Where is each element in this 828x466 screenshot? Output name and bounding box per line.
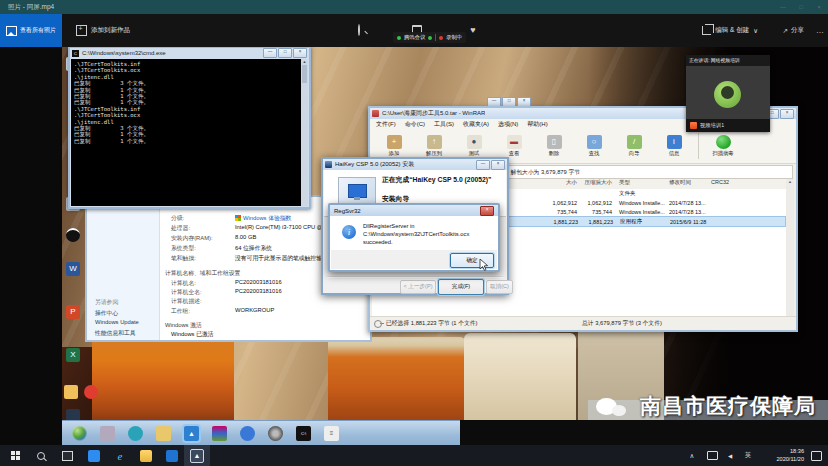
column-size[interactable]: 大小 xyxy=(505,179,577,189)
close-icon[interactable]: × xyxy=(293,48,307,58)
recording-status: 录制中 xyxy=(446,34,462,41)
cmd-titlebar[interactable]: C C:\Windows\system32\cmd.exe — □ × xyxy=(70,48,309,58)
maximize-icon[interactable]: □ xyxy=(278,48,292,58)
find-button[interactable]: ○查找 xyxy=(576,135,612,157)
start-button[interactable] xyxy=(4,445,26,466)
sidebar-link-action-center[interactable]: 操作中心 xyxy=(95,309,118,318)
menu-favorites[interactable]: 收藏夹(A) xyxy=(463,120,489,129)
scroll-up-icon[interactable]: ▲ xyxy=(301,59,308,64)
maximize-icon[interactable]: □ xyxy=(792,0,810,14)
close-icon[interactable]: × xyxy=(491,160,505,170)
taskbar-mail[interactable] xyxy=(160,445,184,466)
notes-icon[interactable]: ≡ xyxy=(324,426,339,441)
photos-taskbar-icon[interactable]: ▲ xyxy=(184,426,199,441)
recording-badge[interactable]: 腾讯会议 录制中 xyxy=(393,32,466,43)
zoom-icon[interactable] xyxy=(352,23,366,37)
participant-name: 视频培训1 xyxy=(700,122,724,129)
system-row-pen: 笔和触摸: 没有可用于此显示器的笔或触控输入 xyxy=(171,254,328,263)
network-tray-icon[interactable] xyxy=(704,445,720,466)
menu-options[interactable]: 选项(N) xyxy=(498,120,518,129)
share-button[interactable]: ↗ 分享 xyxy=(783,14,804,47)
task-view-button[interactable] xyxy=(56,445,78,466)
close-icon[interactable]: × xyxy=(480,206,494,216)
activation-section-title: Windows 激活 xyxy=(165,321,202,330)
virus-scan-button[interactable]: 扫描病毒 xyxy=(705,135,741,157)
scroll-thumb[interactable] xyxy=(302,65,307,83)
photos-titlebar[interactable]: 照片 - 同屏.mp4 — □ × xyxy=(0,0,828,14)
browser-icon[interactable] xyxy=(128,426,143,441)
close-icon[interactable]: × xyxy=(810,0,828,14)
minimize-icon[interactable]: — xyxy=(476,160,490,170)
winrar-scrollbar[interactable]: ▲ xyxy=(786,179,794,316)
volume-tray-icon[interactable]: ◀ xyxy=(722,445,738,466)
installer-icon xyxy=(325,161,332,168)
search-icon xyxy=(37,452,45,460)
test-button[interactable]: ●测试 xyxy=(456,135,492,157)
taskbar-clock[interactable]: 18:36 2020/11/20 xyxy=(752,447,804,463)
powerpoint-icon[interactable]: P xyxy=(66,305,80,319)
video-call-overlay[interactable]: 正在讲话: 网络视频培训 视频培训1 xyxy=(686,55,770,132)
column-crc32[interactable]: CRC32 xyxy=(709,179,746,189)
menu-tools[interactable]: 工具(S) xyxy=(434,120,454,129)
edit-create-button[interactable]: 编辑 & 创建 ∨ xyxy=(702,14,758,47)
delete-button[interactable]: ▯删除 xyxy=(536,135,572,157)
menu-commands[interactable]: 命令(C) xyxy=(405,120,425,129)
back-button[interactable]: < 上一步(P) xyxy=(400,280,436,294)
system-row-fullname: 计算机全名: PC202003181016 xyxy=(171,288,282,297)
cmd-output: .\JTCertToolkits.inf .\JTCertToolkits.oc… xyxy=(71,59,308,206)
tray-expand-button[interactable]: ∧ xyxy=(684,445,700,466)
regsvr32-dialog[interactable]: RegSvr32 × i DllRegisterServer in C:\Win… xyxy=(328,203,500,272)
add-to-creation-button[interactable]: 添加到新作品 xyxy=(76,14,130,47)
opera-icon[interactable] xyxy=(84,385,98,399)
cmd-title: C:\Windows\system32\cmd.exe xyxy=(82,50,166,56)
minimize-icon[interactable]: — xyxy=(263,48,277,58)
close-icon[interactable]: × xyxy=(780,109,794,119)
system-row-rating: 分级: Windows 体验指数 xyxy=(171,214,291,223)
favorite-icon[interactable]: ♥ xyxy=(466,23,480,37)
windows-taskbar: e ▲ ∧ ◀ 英 18:36 2020/11/20 xyxy=(0,445,828,466)
menu-file[interactable]: 文件(F) xyxy=(376,120,396,129)
taskbar-photos-active[interactable]: ▲ xyxy=(184,445,210,466)
internet-explorer-icon: e xyxy=(114,450,126,462)
minimize-icon[interactable]: — xyxy=(774,0,792,14)
win7-taskbar[interactable]: ▲ C:\ ≡ xyxy=(62,420,460,445)
wizard-button[interactable]: /向导 xyxy=(616,135,652,157)
search-button[interactable] xyxy=(30,445,52,466)
action-center-button[interactable] xyxy=(808,445,824,466)
taskbar-ie[interactable]: e xyxy=(108,445,132,466)
extract-button[interactable]: ↑解压到 xyxy=(416,135,452,157)
disc-icon[interactable] xyxy=(268,426,283,441)
installer-titlebar[interactable]: HaiKey CSP 5.0 (20052) 安装 — × xyxy=(323,159,507,170)
column-type[interactable]: 类型 xyxy=(612,179,667,189)
qq-icon[interactable] xyxy=(66,228,80,242)
sidebar-link-performance[interactable]: 性能信息和工具 xyxy=(95,329,136,338)
sidebar-link-windows-update[interactable]: Windows Update xyxy=(95,319,139,325)
taskbar-explorer[interactable] xyxy=(134,445,158,466)
view-all-photos-button[interactable]: 查看所有照片 xyxy=(0,14,62,47)
winrar-taskbar-icon[interactable] xyxy=(212,426,227,441)
folder-icon[interactable] xyxy=(64,385,78,399)
word-icon[interactable]: W xyxy=(66,262,80,276)
folder-taskbar-icon[interactable] xyxy=(156,426,171,441)
scroll-up-icon[interactable]: ▲ xyxy=(786,179,794,184)
product-id: 产品 ID: 00426-OEM-8992662-00006 xyxy=(171,339,267,342)
view-button[interactable]: ▬查看 xyxy=(496,135,532,157)
column-packed[interactable]: 压缩后大小 xyxy=(577,179,612,189)
column-modified[interactable]: 修改时间 xyxy=(667,179,709,189)
info-button[interactable]: i信息 xyxy=(656,135,692,157)
cmd-window[interactable]: C C:\Windows\system32\cmd.exe — □ × .\JT… xyxy=(68,46,311,209)
more-options-button[interactable]: … xyxy=(816,14,824,47)
cmd-taskbar-icon[interactable]: C:\ xyxy=(296,426,311,441)
excel-icon[interactable]: X xyxy=(66,348,80,362)
cmd-scrollbar[interactable]: ▲ xyxy=(301,59,308,206)
win7-start-orb-icon[interactable] xyxy=(72,426,87,441)
regsvr32-titlebar[interactable]: RegSvr32 × xyxy=(330,205,498,216)
cancel-button[interactable]: 取消(C) xyxy=(486,280,513,294)
finish-button[interactable]: 完成(F) xyxy=(438,279,484,295)
taskbar-meeting[interactable] xyxy=(82,445,106,466)
messenger-icon[interactable] xyxy=(240,426,255,441)
add-button[interactable]: +添加 xyxy=(376,135,412,157)
media-app-icon[interactable] xyxy=(100,426,115,441)
menu-help[interactable]: 帮助(H) xyxy=(527,120,547,129)
meeting-app-name: 腾讯会议 xyxy=(404,34,425,41)
